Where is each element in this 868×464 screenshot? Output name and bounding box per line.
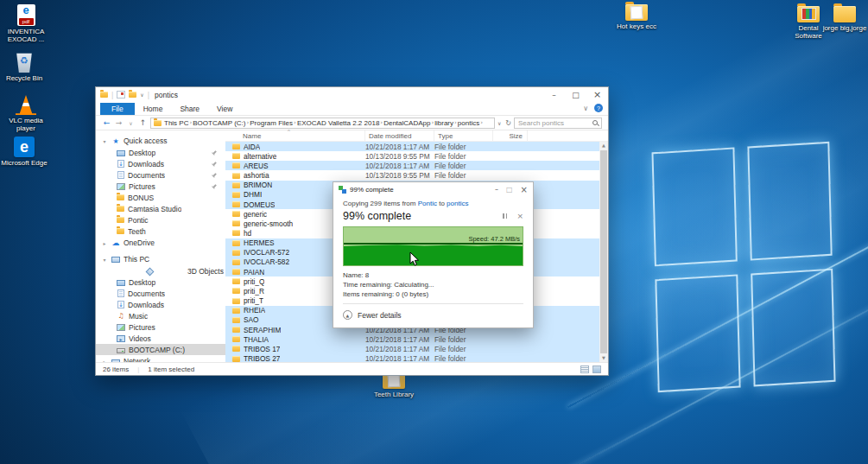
sidebar-item-desktop[interactable]: Desktop bbox=[96, 276, 225, 288]
sidebar-item-downloads[interactable]: Downloads bbox=[96, 299, 225, 310]
sidebar-item-bonus[interactable]: BONUS bbox=[96, 192, 225, 203]
folder-icon[interactable] bbox=[129, 92, 136, 98]
table-row[interactable]: AIDA10/21/2018 1:17 AMFile folder bbox=[225, 142, 599, 151]
table-row[interactable]: TRIBOS 2710/21/2018 1:17 AMFile folder bbox=[225, 353, 599, 362]
destination-folder-link[interactable]: pontics bbox=[447, 200, 468, 207]
sidebar-item-music[interactable]: ♫Music bbox=[96, 310, 225, 321]
expand-ribbon-icon[interactable] bbox=[583, 105, 588, 112]
search-input[interactable]: Search pontics bbox=[514, 118, 602, 129]
folder-icon bbox=[232, 336, 240, 342]
breadcrumb-segment[interactable]: Program Files bbox=[249, 119, 294, 127]
table-row[interactable]: AREUS10/21/2018 1:17 AMFile folder bbox=[225, 161, 599, 170]
sidebar-group-this-pc[interactable]: ▾This PC bbox=[96, 253, 225, 265]
column-header-size[interactable]: Size bbox=[493, 130, 528, 141]
table-row[interactable]: alternative10/13/2018 9:55 PMFile folder bbox=[225, 151, 599, 161]
breadcrumb-segment[interactable]: EXOCAD Valletta 2.2 2018 bbox=[296, 119, 380, 127]
breadcrumb-segment[interactable]: BOOTCAMP (C:) bbox=[192, 119, 246, 127]
sidebar-item-documents[interactable]: Documents bbox=[96, 169, 225, 181]
sidebar-item-teeth[interactable]: Teeth bbox=[96, 226, 225, 237]
up-button[interactable] bbox=[138, 118, 148, 127]
desktop-icon-microsoft-edge[interactable]: Microsoft Edge bbox=[0, 137, 48, 167]
table-row[interactable]: ashortia10/13/2018 9:55 PMFile folder bbox=[225, 170, 599, 180]
desktop-icon-hot-keys[interactable]: Hot keys ecc bbox=[612, 4, 661, 30]
desktop-icon-vlc[interactable]: VLC media player bbox=[2, 95, 50, 132]
speed-graph: Speed: 47.2 MB/s bbox=[343, 226, 523, 266]
chevron-down-icon[interactable]: ▾ bbox=[101, 138, 108, 144]
sidebar-item-desktop[interactable]: Desktop bbox=[96, 147, 225, 158]
breadcrumb-segment[interactable]: pontics bbox=[457, 119, 480, 127]
tab-share[interactable]: Share bbox=[171, 103, 208, 115]
chevron-right-icon[interactable]: ▸ bbox=[101, 240, 108, 246]
dialog-titlebar[interactable]: 99% complete bbox=[333, 182, 533, 196]
sidebar-item-pictures[interactable]: Pictures bbox=[96, 321, 225, 333]
chevron-down-icon[interactable] bbox=[140, 92, 143, 98]
table-row[interactable]: TRIBOS 1710/21/2018 1:17 AMFile folder bbox=[225, 344, 599, 353]
fewer-details-button[interactable]: Fewer details bbox=[333, 304, 533, 327]
dialog-close-button[interactable] bbox=[521, 185, 528, 194]
recent-locations-icon[interactable] bbox=[126, 120, 136, 126]
folder-icon bbox=[232, 162, 240, 168]
source-folder-link[interactable]: Pontic bbox=[418, 200, 437, 207]
sidebar-item-videos[interactable]: Videos bbox=[96, 333, 225, 344]
vertical-scrollbar[interactable] bbox=[599, 142, 608, 362]
details-view-icon[interactable] bbox=[580, 365, 589, 373]
table-row[interactable]: THALIA10/21/2018 1:17 AMFile folder bbox=[225, 334, 599, 344]
date-modified-cell: 10/21/2018 1:17 AM bbox=[365, 354, 434, 362]
percent-complete-heading: 99% complete bbox=[343, 210, 411, 222]
maximize-button[interactable] bbox=[565, 88, 586, 102]
items-count: 26 items bbox=[103, 365, 129, 373]
column-header-date-modified[interactable]: Date modified bbox=[365, 130, 434, 141]
pdf-icon bbox=[17, 4, 35, 26]
sidebar-item-bootcamp-c[interactable]: BOOTCAMP (C:) bbox=[96, 344, 225, 355]
sidebar-item-label: BONUS bbox=[128, 194, 154, 202]
close-button[interactable] bbox=[586, 88, 608, 102]
sidebar-item-pictures[interactable]: Pictures bbox=[96, 181, 225, 192]
desktop-icon-recycle-bin[interactable]: Recycle Bin bbox=[0, 50, 48, 82]
sidebar-item-camtasia-studio[interactable]: Camtasia Studio bbox=[96, 203, 225, 214]
path-box[interactable]: This PC›BOOTCAMP (C:)›Program Files›EXOC… bbox=[150, 118, 495, 129]
refresh-icon[interactable] bbox=[505, 119, 511, 127]
file-name-cell: ashortia bbox=[225, 171, 365, 180]
pin-icon bbox=[211, 182, 218, 189]
help-icon[interactable] bbox=[594, 104, 603, 112]
scroll-up-icon[interactable] bbox=[602, 142, 605, 149]
desktop-icon-teeth-library[interactable]: Teeth Library bbox=[370, 372, 418, 398]
chevron-down-icon[interactable]: ▾ bbox=[101, 257, 108, 263]
scroll-down-icon[interactable] bbox=[602, 354, 605, 362]
back-button[interactable] bbox=[102, 118, 111, 127]
desktop-icon-label: VLC media player bbox=[2, 117, 50, 132]
quick-access-toolbar-icon[interactable] bbox=[117, 91, 125, 99]
sidebar-item-downloads[interactable]: Downloads bbox=[96, 158, 225, 169]
sidebar-group-quick-access[interactable]: ▾★Quick access bbox=[96, 135, 225, 147]
scrollbar-thumb[interactable] bbox=[600, 150, 607, 353]
cancel-button[interactable] bbox=[516, 212, 523, 220]
pause-button[interactable] bbox=[503, 213, 507, 219]
minimize-button[interactable] bbox=[543, 88, 565, 102]
tab-view[interactable]: View bbox=[208, 103, 241, 115]
sidebar-group-network[interactable]: ▸Network bbox=[96, 355, 225, 362]
sidebar-group-onedrive[interactable]: ▸☁OneDrive bbox=[96, 237, 225, 249]
breadcrumb-segment[interactable]: DentalCADApp bbox=[383, 119, 431, 127]
sidebar-item-3d-objects[interactable]: 3D Objects bbox=[96, 265, 225, 276]
sidebar-item-label: Music bbox=[129, 312, 148, 321]
forward-button[interactable] bbox=[114, 118, 124, 127]
desktop-icon-inventica-exocad[interactable]: INVENTICA EXOCAD ... bbox=[2, 4, 50, 43]
address-dropdown-icon[interactable] bbox=[497, 120, 501, 126]
column-header-type[interactable]: Type bbox=[434, 130, 493, 141]
titlebar[interactable]: | | pontics bbox=[96, 87, 608, 102]
folder-icon bbox=[625, 4, 648, 21]
sidebar-item-label: Videos bbox=[129, 334, 151, 343]
status-bar: 26 items | 1 item selected bbox=[96, 362, 608, 375]
column-header-name[interactable]: Name bbox=[225, 130, 365, 141]
tab-home[interactable]: Home bbox=[135, 103, 172, 115]
tab-file[interactable]: File bbox=[100, 103, 135, 115]
breadcrumb-segment[interactable]: library bbox=[434, 119, 454, 127]
breadcrumb-segment[interactable]: This PC bbox=[163, 119, 189, 127]
sidebar-item-pontic[interactable]: Pontic bbox=[96, 214, 225, 226]
separator: | bbox=[111, 91, 113, 99]
dialog-minimize-button[interactable] bbox=[495, 186, 498, 194]
large-icons-view-icon[interactable] bbox=[592, 365, 601, 373]
desktop[interactable]: INVENTICA EXOCAD ... Recycle Bin VLC med… bbox=[0, 0, 868, 464]
sidebar-item-documents[interactable]: Documents bbox=[96, 288, 225, 299]
desktop-icon-jorge[interactable]: jorge big,jorge bbox=[820, 6, 868, 32]
